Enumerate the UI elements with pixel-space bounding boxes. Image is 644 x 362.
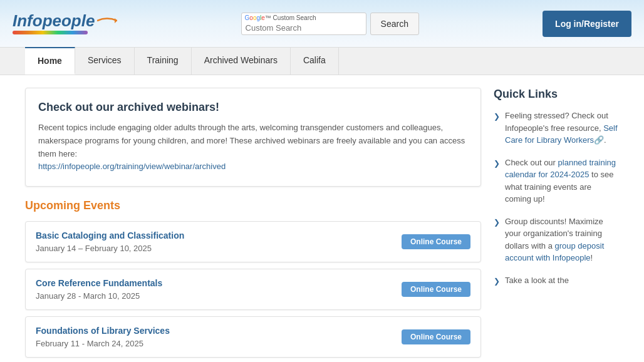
event-title-1[interactable]: Basic Cataloging and Classification <box>36 230 184 240</box>
event-info-3: Foundations of Library Services February… <box>36 326 170 348</box>
login-button[interactable]: Log in/Register <box>543 11 631 37</box>
quick-link-item-1: ❯ Feeling stressed? Check out Infopeople… <box>494 110 619 147</box>
upcoming-section: Upcoming Events Basic Cataloging and Cla… <box>25 199 481 358</box>
event-title-2[interactable]: Core Reference Fundamentals <box>36 278 162 288</box>
nav-item-califa[interactable]: Califa <box>291 48 339 75</box>
event-badge-3: Online Course <box>402 329 470 344</box>
quick-link-text-4: Take a look at the <box>505 274 569 287</box>
event-card-1: Basic Cataloging and Classification Janu… <box>25 221 481 262</box>
logo-arrow-icon <box>97 15 117 28</box>
event-date-2: January 28 - March 10, 2025 <box>36 291 140 301</box>
webinar-title: Check out our archived webinars! <box>38 101 468 114</box>
logo: Infopeople <box>13 13 117 34</box>
quick-link-item-3: ❯ Group discounts! Maximize your organiz… <box>494 215 619 264</box>
search-button[interactable]: Search <box>370 13 419 35</box>
upcoming-title: Upcoming Events <box>25 199 481 212</box>
content-area: Check out our archived webinars! Recent … <box>25 88 481 362</box>
nav-item-training[interactable]: Training <box>135 48 192 75</box>
sidebar: Quick Links ❯ Feeling stressed? Check ou… <box>494 88 619 362</box>
event-card-3: Foundations of Library Services February… <box>25 316 481 358</box>
chevron-right-icon-1: ❯ <box>494 111 500 122</box>
main-content: Check out our archived webinars! Recent … <box>0 75 644 362</box>
quick-link-text-3: Group discounts! Maximize your organizat… <box>505 215 619 264</box>
header: Infopeople Google™ Custom Search Search … <box>0 0 644 47</box>
google-brand: Google™ Custom Search <box>245 14 316 21</box>
search-wrapper: Google™ Custom Search <box>241 13 366 35</box>
logo-rainbow <box>13 31 88 34</box>
event-info-1: Basic Cataloging and Classification Janu… <box>36 230 184 253</box>
quick-link-1[interactable]: Self Care for Library Workers <box>505 123 618 145</box>
event-title-3[interactable]: Foundations of Library Services <box>36 326 170 336</box>
quick-link-text-2: Check out our planned training calendar … <box>505 157 619 205</box>
webinar-text-before: Recent topics include engaging older adu… <box>38 123 465 158</box>
chevron-right-icon-3: ❯ <box>494 217 500 228</box>
quick-link-item-2: ❯ Check out our planned training calenda… <box>494 157 619 205</box>
webinar-link[interactable]: https://infopeople.org/training/view/web… <box>38 162 226 171</box>
webinar-text: Recent topics include engaging older adu… <box>38 122 468 173</box>
nav-item-services[interactable]: Services <box>75 48 135 75</box>
event-badge-1: Online Course <box>402 234 470 249</box>
logo-text: Infopeople <box>13 13 95 29</box>
nav-item-home[interactable]: Home <box>25 47 75 75</box>
quick-link-text-1: Feeling stressed? Check out Infopeople's… <box>505 110 619 147</box>
quick-link-2[interactable]: planned training calendar for 2024-2025 <box>505 158 616 180</box>
quick-link-3[interactable]: group deposit account with Infopeople <box>505 241 604 263</box>
event-badge-2: Online Course <box>402 282 470 297</box>
event-date-1: January 14 – February 10, 2025 <box>36 244 152 253</box>
search-area: Google™ Custom Search Search <box>241 13 419 35</box>
quick-link-item-4: ❯ Take a look at the <box>494 274 619 287</box>
chevron-right-icon-2: ❯ <box>494 158 500 169</box>
svg-marker-0 <box>115 18 117 23</box>
nav-item-archived-webinars[interactable]: Archived Webinars <box>192 48 291 75</box>
quick-links-title: Quick Links <box>494 88 619 101</box>
event-card-2: Core Reference Fundamentals January 28 -… <box>25 269 481 310</box>
nav-bar: Home Services Training Archived Webinars… <box>0 47 644 75</box>
webinar-box: Check out our archived webinars! Recent … <box>25 88 481 187</box>
event-date-3: February 11 - March 24, 2025 <box>36 339 143 348</box>
event-info-2: Core Reference Fundamentals January 28 -… <box>36 278 162 301</box>
chevron-right-icon-4: ❯ <box>494 276 500 287</box>
